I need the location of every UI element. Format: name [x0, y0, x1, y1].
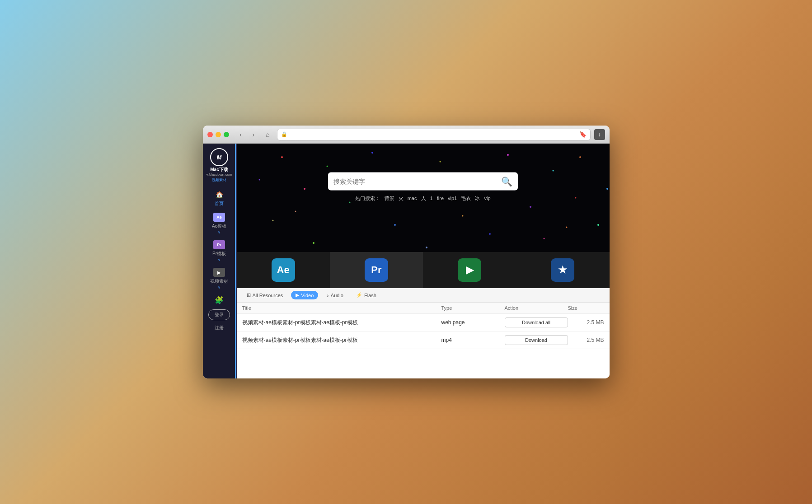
svg-point-19 [489, 233, 491, 235]
lock-icon: 🔒 [281, 131, 287, 137]
address-bar-container[interactable]: 🔒 https://v.macdown.com 🔖 [277, 129, 591, 140]
hot-searches: 热门搜索： 背景 火 mac 人 1 fire vip1 毛衣 冰 vip [328, 195, 518, 202]
table-rows: 视频素材-ae模板素材-pr模板素材-ae模板-pr模板 web page Do… [237, 314, 610, 378]
home-icon: 🏠 [213, 190, 225, 200]
row-1-action[interactable]: Download [505, 335, 568, 345]
address-bar[interactable]: https://v.macdown.com [290, 131, 577, 138]
sidebar-item-pr[interactable]: Pr Pr模板 ∨ [203, 237, 236, 265]
sidebar-item-video[interactable]: ▶ 视频素材 ∨ [203, 265, 236, 292]
svg-point-15 [597, 224, 599, 226]
hot-tag-1[interactable]: 火 [399, 196, 404, 201]
filter-flash-label: Flash [364, 293, 376, 298]
svg-point-4 [439, 161, 441, 163]
filter-video-label: Video [301, 293, 314, 298]
col-size: Size [568, 305, 604, 311]
svg-point-2 [326, 166, 328, 167]
filter-all[interactable]: ⊞ All Resources [242, 291, 288, 299]
forward-button[interactable]: › [248, 129, 259, 140]
table-row: 视频素材-ae模板素材-pr模板素材-ae模板-pr模板 web page Do… [237, 314, 610, 331]
bookmark-icon[interactable]: 🔖 [579, 131, 587, 138]
music-icon: ♪ [326, 293, 329, 298]
search-input[interactable] [333, 178, 498, 185]
row-0-size: 2.5 MB [568, 319, 604, 326]
login-button[interactable]: 登录 [208, 309, 230, 320]
logo-tag: · 视频素材 · [210, 177, 229, 182]
category-ae[interactable]: Ae [237, 252, 330, 288]
sidebar: M Mac下载 v.Macdown.com · 视频素材 · 🏠 首页 Ae A… [203, 144, 237, 378]
filter-bar: ⊞ All Resources ▶ Video ♪ Audio ⚡ [237, 288, 610, 303]
logo-text: Mac下载 [210, 167, 228, 173]
hot-tag-3[interactable]: 人 [421, 196, 426, 201]
filter-all-label: All Resources [253, 293, 283, 298]
svg-point-24 [566, 227, 567, 228]
sidebar-item-ae[interactable]: Ae Ae模板 ∨ [203, 210, 236, 237]
categories-row: Ae Pr ▶ ★ [237, 252, 610, 288]
logo-area: M Mac下载 v.Macdown.com · 视频素材 · [206, 148, 232, 182]
traffic-light-green[interactable] [224, 132, 229, 137]
table-row: 视频素材-ae模板素材-pr模板素材-ae模板-pr模板 mp4 Downloa… [237, 331, 610, 349]
nav-buttons: ‹ › [235, 129, 259, 140]
sidebar-item-home-label: 首页 [215, 201, 224, 207]
col-action: Action [505, 305, 568, 311]
hot-tag-2[interactable]: mac [408, 196, 417, 201]
category-video[interactable]: ▶ [423, 252, 516, 288]
category-vip[interactable]: ★ [516, 252, 609, 288]
pr-icon: Pr [213, 240, 225, 250]
svg-point-14 [575, 197, 576, 199]
traffic-light-red[interactable] [207, 132, 213, 137]
grid-icon: ⊞ [247, 292, 251, 298]
unknown-icon: 🧩 [213, 295, 225, 305]
browser-content: M Mac下载 v.Macdown.com · 视频素材 · 🏠 首页 Ae A… [203, 144, 610, 378]
download-icon[interactable]: ↓ [594, 129, 605, 140]
svg-point-12 [462, 215, 463, 217]
svg-point-16 [272, 220, 273, 221]
row-1-size: 2.5 MB [568, 337, 604, 343]
cat-pr-label: Pr [371, 264, 381, 276]
sidebar-item-ae-label: Ae模板 [212, 223, 226, 229]
hot-tag-7[interactable]: 毛衣 [461, 196, 471, 201]
svg-point-9 [304, 188, 305, 190]
cat-vip-icon: ★ [551, 258, 574, 282]
svg-point-7 [579, 156, 581, 158]
sidebar-item-pr-label: Pr模板 [212, 251, 226, 257]
col-title: Title [242, 305, 441, 311]
browser-chrome: ‹ › ⌂ 🔒 https://v.macdown.com 🔖 ↓ [203, 126, 610, 144]
logo-subtitle: v.Macdown.com [206, 173, 232, 177]
home-button[interactable]: ⌂ [263, 129, 273, 140]
svg-point-3 [371, 152, 373, 154]
filter-flash[interactable]: ⚡ Flash [352, 291, 381, 299]
hot-tag-6[interactable]: vip1 [448, 196, 457, 201]
search-box: 🔍 [328, 173, 518, 191]
row-1-type: mp4 [441, 337, 505, 343]
filter-video[interactable]: ▶ Video [291, 291, 318, 299]
svg-point-17 [313, 242, 314, 244]
sidebar-item-home[interactable]: 🏠 首页 [203, 187, 236, 210]
play-icon: ▶ [296, 292, 299, 298]
row-0-action[interactable]: Download all [505, 317, 568, 327]
hot-tag-0[interactable]: 背景 [385, 196, 394, 201]
traffic-light-yellow[interactable] [216, 132, 221, 137]
hot-tag-4[interactable]: 1 [430, 196, 433, 201]
register-label: 注册 [215, 325, 224, 331]
sidebar-item-video-label: 视频素材 [210, 278, 228, 285]
filter-audio-label: Audio [331, 293, 343, 298]
search-icon[interactable]: 🔍 [501, 176, 512, 187]
svg-point-22 [295, 211, 296, 212]
hot-tag-9[interactable]: vip [484, 196, 490, 201]
browser-window: ‹ › ⌂ 🔒 https://v.macdown.com 🔖 ↓ M Mac下… [203, 126, 610, 378]
lightning-icon: ⚡ [356, 292, 362, 298]
svg-point-20 [543, 238, 544, 239]
back-button[interactable]: ‹ [235, 129, 246, 140]
cat-ae-icon: Ae [272, 258, 295, 282]
cat-vip-label: ★ [558, 264, 567, 276]
sidebar-item-unknown[interactable]: 🧩 [203, 292, 236, 308]
search-container: 🔍 热门搜索： 背景 火 mac 人 1 fire vip1 毛衣 [328, 173, 518, 202]
category-pr[interactable]: Pr [330, 252, 423, 288]
ae-icon: Ae [213, 212, 225, 222]
hot-tag-5[interactable]: fire [437, 196, 444, 201]
row-0-type: web page [441, 319, 505, 326]
hot-tag-8[interactable]: 冰 [475, 196, 480, 201]
register-link[interactable]: 注册 [203, 322, 236, 334]
svg-point-23 [426, 247, 427, 248]
filter-audio[interactable]: ♪ Audio [322, 291, 348, 299]
